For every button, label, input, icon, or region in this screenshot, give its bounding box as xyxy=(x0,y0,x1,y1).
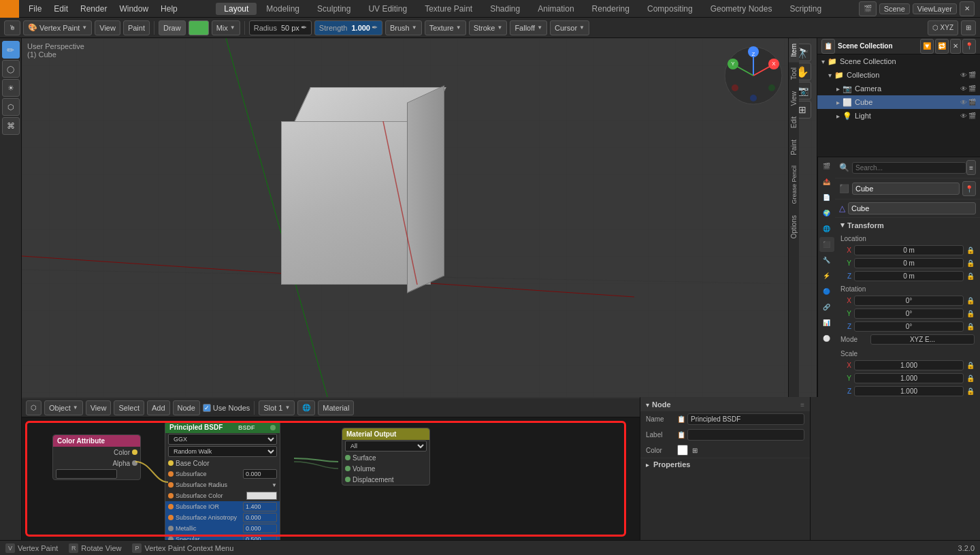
outliner-light[interactable]: ▸ 💡 Light 👁 🎬 xyxy=(817,109,980,123)
node-editor-type-btn[interactable]: ⬡ xyxy=(26,400,42,415)
workspace-scripting[interactable]: Scripting xyxy=(781,3,830,15)
color-attribute-node[interactable]: Color Attribute Color Alpha xyxy=(52,434,141,480)
object-name-input[interactable] xyxy=(852,183,960,195)
view-layer-selector[interactable]: ViewLayer xyxy=(913,3,957,14)
props-material-icon[interactable]: ⚪ xyxy=(819,331,834,346)
use-nodes-checkbox[interactable]: ✓ Use Nodes xyxy=(203,404,250,412)
bsdf-specular-row[interactable]: Specular xyxy=(165,534,280,540)
falloff-btn[interactable]: Falloff ▼ xyxy=(510,20,547,35)
rotation-z-lock[interactable]: 🔒 xyxy=(966,323,975,330)
bsdf-subsurface-radius-row[interactable]: Subsurface Radius ▼ xyxy=(165,479,280,490)
node-name-input[interactable] xyxy=(687,413,804,425)
rotation-z-field[interactable]: 0° xyxy=(854,321,964,332)
scale-y-lock[interactable]: 🔒 xyxy=(966,375,975,382)
menu-window[interactable]: Window xyxy=(114,3,154,15)
slot-btn[interactable]: Slot 1 ▼ xyxy=(259,400,295,415)
scale-z-field[interactable]: 1.000 xyxy=(854,386,964,396)
menu-help[interactable]: Help xyxy=(155,3,183,15)
bsdf-subior-input[interactable] xyxy=(243,502,277,511)
pin-object-btn[interactable]: 📍 xyxy=(962,181,976,196)
edit-tab[interactable]: Edit xyxy=(789,111,799,133)
workspace-uv[interactable]: UV Editing xyxy=(360,3,415,15)
radius-field[interactable]: Radius 50 px ✒ xyxy=(249,20,312,35)
workspace-layout[interactable]: Layout xyxy=(216,3,257,15)
outliner-collection[interactable]: ▾ 📁 Collection 👁 🎬 xyxy=(817,68,980,82)
scale-x-field[interactable]: 1.000 xyxy=(854,360,964,370)
blur-tool-btn[interactable]: ◯ xyxy=(2,60,20,78)
principled-bsdf-node[interactable]: Principled BSDF BSDF GGX Random Walk xyxy=(165,421,280,540)
view-tab[interactable]: View xyxy=(789,86,799,112)
workspace-sculpting[interactable]: Sculpting xyxy=(309,3,359,15)
strength-field[interactable]: Strength 1.000 ✒ xyxy=(314,20,382,35)
rotation-y-field[interactable]: 0° xyxy=(854,308,964,319)
outliner-close-btn[interactable]: ✕ xyxy=(950,39,961,54)
outliner-pin-btn[interactable]: 📍 xyxy=(962,39,976,54)
menu-render[interactable]: Render xyxy=(75,3,112,15)
menu-edit[interactable]: Edit xyxy=(48,3,74,15)
bsdf-metallic-input[interactable] xyxy=(243,524,277,533)
stroke-btn[interactable]: Stroke ▼ xyxy=(469,20,508,35)
object-mode-btn[interactable]: Object ▼ xyxy=(44,400,83,415)
blend-mode-btn[interactable]: Mix ▼ xyxy=(212,20,240,35)
blender-logo[interactable] xyxy=(0,0,19,18)
tool-tab[interactable]: Tool xyxy=(789,62,799,85)
workspace-shading[interactable]: Shading xyxy=(482,3,528,15)
scale-y-field[interactable]: 1.000 xyxy=(854,373,964,383)
workspace-geometry-nodes[interactable]: Geometry Nodes xyxy=(702,3,781,15)
material-label-btn[interactable]: Material xyxy=(318,400,354,415)
sample-color-btn[interactable]: ⌘ xyxy=(2,117,20,135)
rotation-y-lock[interactable]: 🔒 xyxy=(966,310,975,317)
outliner-cube[interactable]: ▸ ⬜ Cube 👁 🎬 xyxy=(817,95,980,109)
node-view-btn[interactable]: View xyxy=(86,400,112,415)
props-constraints-icon[interactable]: 🔗 xyxy=(819,300,834,315)
orientation-gizmo[interactable]: Z X Y xyxy=(723,45,784,106)
render-settings-btn[interactable]: 🎬 xyxy=(859,1,877,16)
overlay-btn[interactable]: ⬡ XYZ xyxy=(928,20,958,35)
smear-tool-btn[interactable]: ⬡ xyxy=(2,98,20,116)
texture-btn[interactable]: Texture ▼ xyxy=(425,20,466,35)
node-color-row[interactable]: Color ⊞ xyxy=(640,443,810,458)
outliner-camera[interactable]: ▸ 📷 Camera 👁 🎬 xyxy=(817,82,980,95)
bsdf-specular-input[interactable] xyxy=(243,535,277,540)
bsdf-ggx-row[interactable]: GGX xyxy=(165,433,280,445)
props-search-input[interactable] xyxy=(852,162,966,174)
cube-eye-icon[interactable]: 👁 xyxy=(960,99,967,106)
rotation-x-field[interactable]: 0° xyxy=(854,296,964,306)
bsdf-subaniso-input[interactable] xyxy=(243,513,277,522)
props-object-icon[interactable]: ⬛ xyxy=(819,237,834,252)
scale-x-lock[interactable]: 🔒 xyxy=(966,362,975,369)
location-x-field[interactable]: 0 m xyxy=(854,245,964,255)
outliner-scene-collection[interactable]: ▾ 📁 Scene Collection xyxy=(817,54,980,68)
node-node-btn[interactable]: Node xyxy=(173,400,200,415)
outliner-filter-btn[interactable]: 🔽 xyxy=(920,39,934,54)
location-y-lock[interactable]: 🔒 xyxy=(966,259,975,267)
camera-render-icon[interactable]: 🎬 xyxy=(968,85,976,93)
brush-btn[interactable]: Brush ▼ xyxy=(385,20,422,35)
average-tool-btn[interactable]: ☀ xyxy=(2,79,20,97)
bsdf-metallic-row[interactable]: Metallic xyxy=(165,523,280,534)
bsdf-ggx-select[interactable]: GGX xyxy=(168,434,277,445)
bsdf-subcolor-swatch[interactable] xyxy=(246,492,277,500)
location-y-field[interactable]: 0 m xyxy=(854,258,964,268)
props-physics-icon[interactable]: 🔵 xyxy=(819,284,834,299)
bsdf-random-walk-row[interactable]: Random Walk xyxy=(165,445,280,458)
outliner-sync-btn[interactable]: 🔁 xyxy=(935,39,949,54)
props-view-layer-icon[interactable]: 📄 xyxy=(819,190,834,205)
props-render-icon[interactable]: 🎬 xyxy=(819,159,834,174)
location-z-field[interactable]: 0 m xyxy=(854,271,964,281)
node-label-input[interactable] xyxy=(687,429,804,441)
workspace-compositing[interactable]: Compositing xyxy=(639,3,701,15)
props-scene-icon[interactable]: 🌍 xyxy=(819,206,834,221)
editor-type-btn[interactable]: 🖱 xyxy=(4,20,20,35)
options-tab[interactable]: Options xyxy=(789,210,799,244)
collection-render-icon[interactable]: 🎬 xyxy=(968,72,976,79)
vertex-paint-mode-btn[interactable]: 🎨 Vertex Paint ▼ xyxy=(23,20,92,35)
workspace-animation[interactable]: Animation xyxy=(529,3,582,15)
transform-header[interactable]: ▾ Transform xyxy=(835,218,980,232)
scale-z-lock[interactable]: 🔒 xyxy=(966,387,975,395)
light-render-icon[interactable]: 🎬 xyxy=(968,112,976,120)
mo-all-select[interactable]: All xyxy=(345,441,427,451)
workspace-rendering[interactable]: Rendering xyxy=(584,3,638,15)
close-window-btn[interactable]: ✕ xyxy=(960,1,975,16)
props-world-icon[interactable]: 🌐 xyxy=(819,221,834,236)
